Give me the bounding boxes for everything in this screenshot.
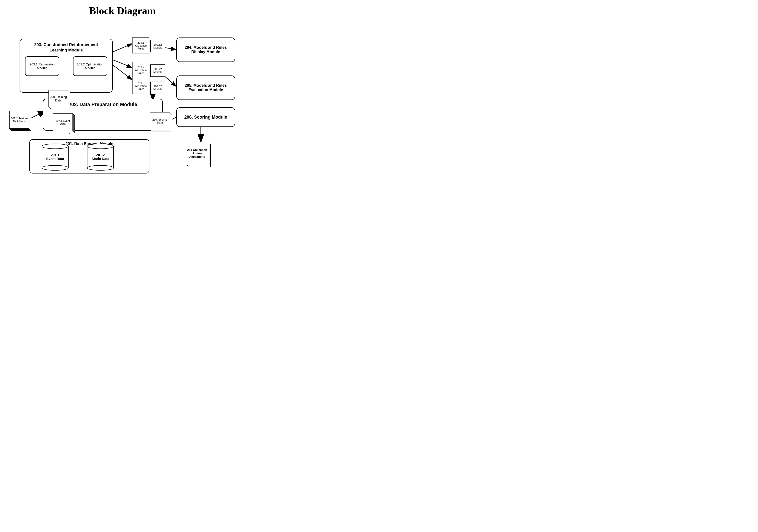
stack-211: 211 CollectionActionAllocations [186,142,211,169]
stack-207-2: 207.2 FeatureDefinitions [9,111,31,131]
block-203: 203. Constrained ReinforcementLearning M… [19,39,113,92]
cylinder-201-2: 201.2Static Data [87,144,114,170]
block-203-1: 203.1 RegressionModule [25,56,59,76]
stack-207-1: 207.1 EventData [52,114,75,133]
block-209-12: 209.12Models [150,40,165,52]
block-209-32: 209.32Models [150,82,165,94]
block-203-2: 203.2 OptimizationModule [73,56,107,76]
stack-208: 208. TrainingData [49,90,69,110]
diagram-container: 203. Constrained ReinforcementLearning M… [5,24,240,176]
block-205: 205. Models and RulesEvaluation Module [176,76,235,100]
svg-line-6 [112,64,132,80]
block-204: 204. Models and RulesDisplay Module [176,38,235,62]
cylinder-201-1: 201.1Event Data [42,144,69,170]
block-209-2: 209.2AllocationRules [132,62,150,78]
page-title: Block Diagram [5,5,240,17]
block-209-1: 209.1AllocationRules [132,38,150,53]
block-206: 206. Scoring Module [176,107,235,127]
svg-line-4 [112,44,132,52]
svg-line-5 [112,59,132,68]
block-209-3: 209.3AllocationRules [132,78,150,94]
stack-210: 210. ScoringData [150,112,172,132]
block-209-22: 209.22Models [150,64,165,77]
